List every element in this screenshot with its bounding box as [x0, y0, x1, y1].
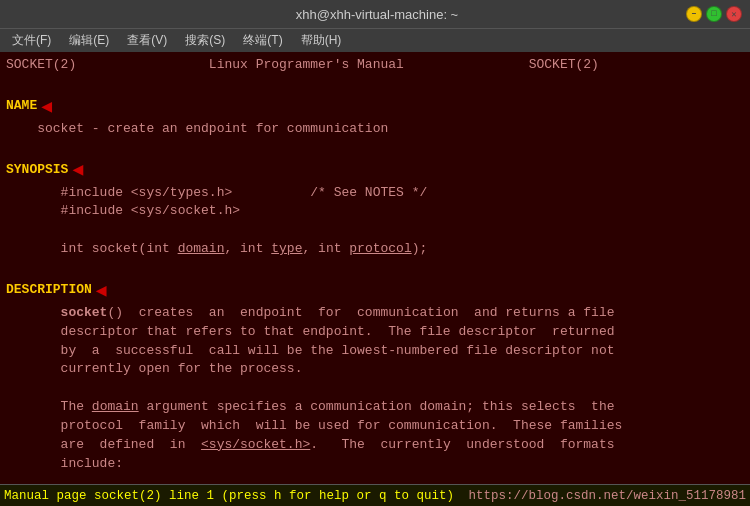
terminal-content: SOCKET(2) Linux Programmer's Manual SOCK… [0, 52, 750, 484]
maximize-button[interactable]: □ [706, 6, 722, 22]
minimize-button[interactable]: – [686, 6, 702, 22]
synopsis-proto: int socket(int domain, int type, int pro… [6, 240, 744, 259]
blank-line-4 [6, 259, 744, 278]
statusbar: Manual page socket(2) line 1 (press h fo… [0, 484, 750, 506]
desc2-line3: are defined in <sys/socket.h>. The curre… [6, 436, 744, 455]
synopsis-section-label: SYNOPSIS [6, 161, 68, 180]
description-section-label: DESCRIPTION [6, 281, 92, 300]
name-text: socket - create an endpoint for communic… [6, 120, 744, 139]
name-section-label: NAME [6, 97, 37, 116]
desc-line1: socket() creates an endpoint for communi… [6, 304, 744, 323]
titlebar: xhh@xhh-virtual-machine: ~ – □ ✕ [0, 0, 750, 28]
synopsis-section-line: SYNOPSIS ◀ [6, 157, 744, 183]
window-title: xhh@xhh-virtual-machine: ~ [68, 7, 686, 22]
menu-help[interactable]: 帮助(H) [293, 30, 350, 51]
blank-line-2 [6, 139, 744, 158]
desc-line3: by a successful call will be the lowest-… [6, 342, 744, 361]
synopsis-include1: #include <sys/types.h> /* See NOTES */ [6, 184, 744, 203]
desc2-line2: protocol family which will be used for c… [6, 417, 744, 436]
description-arrow: ◀ [96, 278, 107, 304]
desc-line2: descriptor that refers to that endpoint.… [6, 323, 744, 342]
menubar: 文件(F) 编辑(E) 查看(V) 搜索(S) 终端(T) 帮助(H) [0, 28, 750, 52]
desc2-line1: The domain argument specifies a communic… [6, 398, 744, 417]
man-header: SOCKET(2) Linux Programmer's Manual SOCK… [6, 56, 744, 75]
synopsis-include2: #include <sys/socket.h> [6, 202, 744, 221]
desc-line4: currently open for the process. [6, 360, 744, 379]
window-controls[interactable]: – □ ✕ [686, 6, 742, 22]
menu-terminal[interactable]: 终端(T) [235, 30, 290, 51]
menu-file[interactable]: 文件(F) [4, 30, 59, 51]
statusbar-url: https://blog.csdn.net/weixin_51178981 [468, 489, 746, 503]
desc2-line4: include: [6, 455, 744, 474]
statusbar-text: Manual page socket(2) line 1 (press h fo… [4, 489, 454, 503]
name-section-line: NAME ◀ [6, 94, 744, 120]
name-arrow: ◀ [41, 94, 52, 120]
menu-edit[interactable]: 编辑(E) [61, 30, 117, 51]
blank-line-5 [6, 379, 744, 398]
description-section-line: DESCRIPTION ◀ [6, 278, 744, 304]
menu-view[interactable]: 查看(V) [119, 30, 175, 51]
menu-search[interactable]: 搜索(S) [177, 30, 233, 51]
close-button[interactable]: ✕ [726, 6, 742, 22]
blank-line-6 [6, 473, 744, 484]
blank-line-3 [6, 221, 744, 240]
synopsis-arrow: ◀ [72, 157, 83, 183]
blank-line-1 [6, 75, 744, 94]
